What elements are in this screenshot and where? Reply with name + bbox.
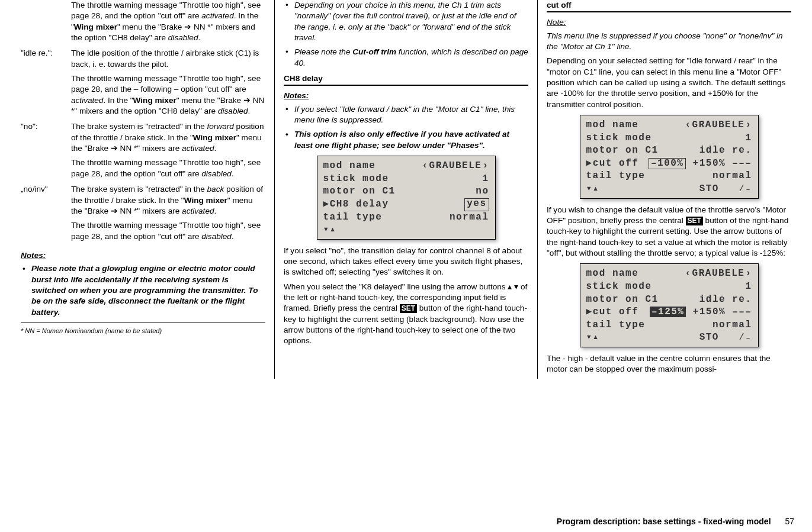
para: The brake system is "retracted" in the f… bbox=[71, 121, 265, 154]
note-item: If you select "Idle forward / back" in t… bbox=[294, 104, 528, 126]
para: The - high - default value in the centre… bbox=[547, 353, 791, 375]
column-1: The throttle warning message "Throttle t… bbox=[12, 0, 274, 379]
term: "no": bbox=[21, 121, 71, 183]
def-no: "no": The brake system is "retracted" in… bbox=[21, 121, 265, 183]
note-item: Please note that a glowplug engine or el… bbox=[31, 263, 265, 318]
page: The throttle warning message "Throttle t… bbox=[0, 0, 812, 379]
lcd-display-cutoff-2: mod nameGRAUBELE stick mode1 motor on C1… bbox=[580, 263, 759, 347]
notes-list: If you select "Idle forward / back" in t… bbox=[284, 104, 528, 151]
para: The throttle warning message "Throttle t… bbox=[71, 157, 265, 179]
note-item: Please note the Cut-off trim function, w… bbox=[294, 47, 528, 69]
intro-continuation: The throttle warning message "Throttle t… bbox=[21, 0, 265, 47]
notes-list: Depending on your choice in this menu, t… bbox=[284, 0, 528, 69]
notes-list: Please note that a glowplug engine or el… bbox=[21, 263, 265, 318]
para: If you select "no", the transition delay… bbox=[284, 246, 528, 278]
term: "idle re.": bbox=[21, 48, 71, 120]
para: The throttle warning message "Throttle t… bbox=[71, 73, 265, 117]
column-3: cut off Note: This menu line is suppress… bbox=[537, 0, 800, 379]
term: „no/inv" bbox=[21, 184, 71, 246]
note-item: Depending on your choice in this menu, t… bbox=[294, 0, 528, 43]
notes-heading: Notes: bbox=[21, 250, 265, 261]
lcd-display-cutoff-1: mod nameGRAUBELE stick mode1 motor on C1… bbox=[580, 115, 759, 199]
def-no-inv: „no/inv" The brake system is "retracted"… bbox=[21, 184, 265, 246]
para: When you select the "K8 delayed" line us… bbox=[284, 282, 528, 347]
notes-heading: Notes: bbox=[284, 91, 528, 101]
column-2: Depending on your choice in this menu, t… bbox=[274, 0, 537, 379]
section-cut-off: cut off bbox=[547, 0, 791, 12]
footnote: * NN = Nomen Nominandum (name to be stat… bbox=[21, 325, 265, 336]
divider bbox=[21, 323, 265, 323]
set-button-icon: SET bbox=[400, 304, 417, 313]
section-ch8-delay: CH8 delay bbox=[284, 73, 528, 86]
page-footer: Program description: base settings - fix… bbox=[557, 516, 794, 527]
switch-icon: ∕₋ bbox=[739, 332, 752, 343]
note-item: This option is also only effective if yo… bbox=[294, 129, 528, 151]
switch-icon: ∕₋ bbox=[739, 183, 752, 194]
para: The brake system is "retracted" in the b… bbox=[71, 184, 265, 217]
para: The idle position of the throttle / airb… bbox=[71, 48, 265, 70]
def-idle-re: "idle re.": The idle position of the thr… bbox=[21, 48, 265, 120]
note-heading: Note: bbox=[547, 17, 566, 28]
footer-title: Program description: base settings - fix… bbox=[557, 517, 771, 526]
para: The throttle warning message "Throttle t… bbox=[71, 220, 265, 242]
para: The throttle warning message "Throttle t… bbox=[71, 0, 265, 43]
set-button-icon: SET bbox=[686, 217, 703, 225]
page-number: 57 bbox=[785, 516, 794, 527]
up-arrow-icon bbox=[508, 282, 512, 291]
para: If you wish to change the default value … bbox=[547, 205, 791, 259]
note-body: This menu line is suppressed if you choo… bbox=[547, 31, 791, 53]
para: Depending on your selected setting for "… bbox=[547, 56, 791, 110]
lcd-display-ch8: mod nameGRAUBELE stick mode1 motor on C1… bbox=[317, 156, 496, 240]
